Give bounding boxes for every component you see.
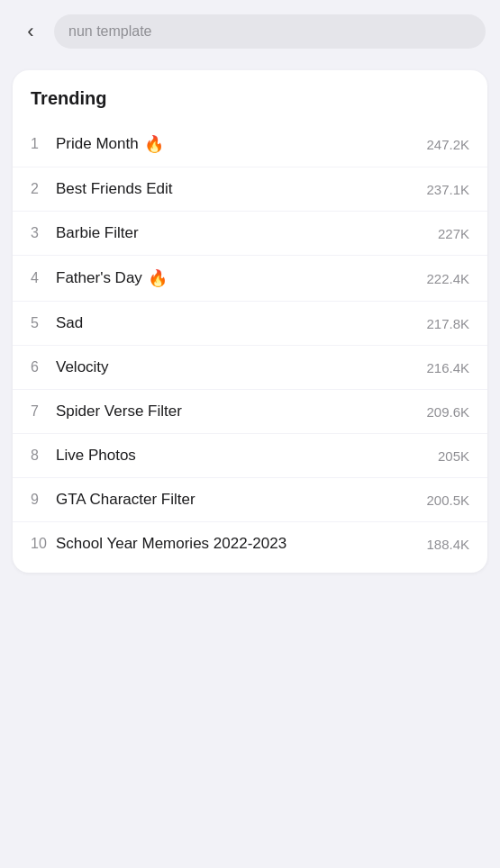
rank-number: 4 — [31, 270, 56, 286]
item-count: 188.4K — [426, 537, 469, 552]
search-placeholder: nun template — [68, 23, 152, 40]
item-count: 222.4K — [426, 271, 469, 286]
item-name: Pride Month🔥 — [56, 134, 426, 154]
item-name: Spider Verse Filter — [56, 402, 426, 420]
rank-number: 6 — [31, 359, 56, 375]
search-bar[interactable]: nun template — [54, 14, 486, 49]
item-name: Barbie Filter — [56, 224, 438, 242]
rank-number: 2 — [31, 181, 56, 197]
item-count: 209.6K — [426, 404, 469, 420]
item-name: Best Friends Edit — [56, 180, 426, 198]
item-count: 227K — [438, 226, 469, 241]
item-count: 247.2K — [426, 137, 469, 152]
item-count: 216.4K — [426, 360, 469, 375]
trending-item[interactable]: 3Barbie Filter227K — [13, 212, 487, 256]
back-button[interactable]: ‹ — [14, 15, 47, 48]
trending-item[interactable]: 1Pride Month🔥247.2K — [13, 122, 487, 167]
rank-number: 8 — [31, 448, 56, 464]
trending-list: 1Pride Month🔥247.2K2Best Friends Edit237… — [13, 122, 487, 565]
fire-icon: 🔥 — [148, 268, 168, 288]
item-count: 237.1K — [426, 182, 469, 197]
item-name: Sad — [56, 314, 426, 332]
trending-item[interactable]: 6Velocity216.4K — [13, 346, 487, 390]
item-count: 200.5K — [426, 493, 469, 508]
item-name: School Year Memories 2022-2023 — [56, 535, 426, 553]
item-name: Velocity — [56, 358, 426, 376]
trending-item[interactable]: 2Best Friends Edit237.1K — [13, 167, 487, 212]
rank-number: 9 — [31, 492, 56, 508]
item-count: 217.8K — [426, 316, 469, 331]
trending-item[interactable]: 8Live Photos205K — [13, 434, 487, 478]
back-icon: ‹ — [27, 20, 33, 43]
trending-title: Trending — [13, 88, 487, 122]
trending-item[interactable]: 5Sad217.8K — [13, 302, 487, 346]
header: ‹ nun template — [0, 0, 500, 59]
rank-number: 1 — [31, 136, 56, 152]
rank-number: 3 — [31, 225, 56, 241]
trending-card: Trending 1Pride Month🔥247.2K2Best Friend… — [13, 70, 487, 573]
item-count: 205K — [438, 448, 469, 464]
fire-icon: 🔥 — [144, 134, 164, 154]
rank-number: 10 — [31, 536, 56, 552]
rank-number: 7 — [31, 403, 56, 420]
trending-item[interactable]: 4Father's Day🔥222.4K — [13, 256, 487, 302]
item-name: Live Photos — [56, 447, 438, 465]
trending-item[interactable]: 10School Year Memories 2022-2023188.4K — [13, 522, 487, 565]
trending-item[interactable]: 9GTA Character Filter200.5K — [13, 478, 487, 522]
item-name: Father's Day🔥 — [56, 268, 426, 288]
rank-number: 5 — [31, 315, 56, 331]
trending-item[interactable]: 7Spider Verse Filter209.6K — [13, 390, 487, 434]
item-name: GTA Character Filter — [56, 491, 426, 509]
